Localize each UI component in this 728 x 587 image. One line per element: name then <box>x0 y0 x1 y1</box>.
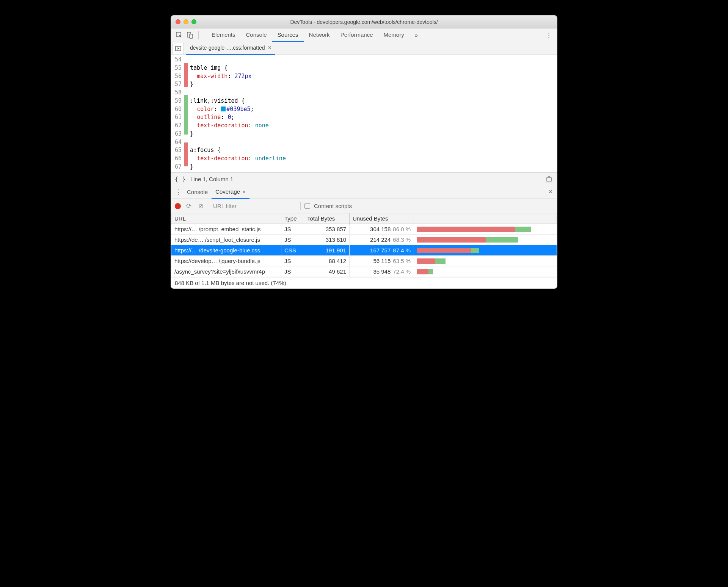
coverage-marker <box>184 63 188 71</box>
close-drawer-icon[interactable]: × <box>546 188 555 196</box>
drawer-tab-coverage[interactable]: Coverage× <box>212 185 249 199</box>
table-row[interactable]: https://… /prompt_embed_static.jsJS353 8… <box>171 224 557 235</box>
kebab-menu-icon[interactable]: ⋮ <box>173 188 183 196</box>
drawer-tab-console[interactable]: Console <box>183 185 212 199</box>
usage-bar-cell <box>414 256 557 266</box>
device-toggle-icon[interactable] <box>185 30 195 41</box>
table-row[interactable]: https://… /devsite-google-blue.cssCSS191… <box>171 245 557 256</box>
code-line: :link,:visited { <box>190 97 286 105</box>
line-number: 68 <box>175 171 182 173</box>
unused-bytes-cell: 167 75787.4 % <box>350 245 414 256</box>
tab-sources[interactable]: Sources <box>272 28 304 42</box>
coverage-toolbar: ⟳ ⊘ URL filter Content scripts <box>171 199 557 213</box>
url-cell: https://de… /script_foot_closure.js <box>171 235 281 245</box>
total-bytes-cell: 313 810 <box>304 235 350 245</box>
coverage-marker <box>184 95 188 103</box>
column-header[interactable] <box>414 213 557 224</box>
tab-elements[interactable]: Elements <box>206 28 241 42</box>
line-number: 57 <box>175 80 182 89</box>
code-line: outline: 0; <box>190 113 286 122</box>
line-number: 54 <box>175 56 182 64</box>
code-line <box>190 138 286 147</box>
overflow-tabs-button[interactable]: » <box>410 29 423 41</box>
inspect-icon[interactable] <box>174 30 185 41</box>
separator <box>540 31 540 39</box>
column-header[interactable]: URL <box>171 213 281 224</box>
line-number: 62 <box>175 122 182 130</box>
code-line <box>190 56 286 64</box>
record-button[interactable] <box>175 203 181 209</box>
code-line: } <box>190 80 286 89</box>
tab-network[interactable]: Network <box>304 28 335 42</box>
tab-performance[interactable]: Performance <box>335 28 378 42</box>
file-tab-bar: devsite-google-….css:formatted × <box>171 42 557 55</box>
close-window-button[interactable] <box>176 19 180 24</box>
column-header[interactable]: Total Bytes <box>304 213 350 224</box>
pretty-print-icon[interactable]: { } <box>175 175 186 183</box>
kebab-menu-icon[interactable]: ⋮ <box>543 30 554 41</box>
close-icon[interactable]: × <box>268 44 271 51</box>
coverage-marker <box>184 87 188 95</box>
file-tab[interactable]: devsite-google-….css:formatted × <box>186 42 275 55</box>
type-cell: JS <box>281 266 304 277</box>
column-header[interactable]: Type <box>281 213 304 224</box>
line-number: 58 <box>175 89 182 97</box>
coverage-marker <box>184 119 188 127</box>
code-line: } <box>190 130 286 138</box>
url-filter-input[interactable]: URL filter <box>213 203 297 209</box>
code-line <box>190 171 286 173</box>
url-cell: https://… /devsite-google-blue.css <box>171 245 281 256</box>
unused-bytes-cell: 35 94872.4 % <box>350 266 414 277</box>
code-line <box>190 89 286 97</box>
clear-icon[interactable]: ⊘ <box>197 202 205 210</box>
usage-bar-cell <box>414 266 557 277</box>
cursor-position: Line 1, Column 1 <box>190 176 233 182</box>
coverage-marker <box>184 127 188 135</box>
sidebar-toggle-icon[interactable] <box>545 175 553 183</box>
url-cell: https://develop… /jquery-bundle.js <box>171 256 281 266</box>
drawer-tab-bar: ⋮ ConsoleCoverage× × <box>171 185 557 199</box>
coverage-marker <box>184 158 188 166</box>
minimize-window-button[interactable] <box>184 19 188 24</box>
coverage-summary: 848 KB of 1.1 MB bytes are not used. (74… <box>171 277 557 288</box>
table-row[interactable]: https://de… /script_foot_closure.jsJS313… <box>171 235 557 245</box>
content-scripts-label: Content scripts <box>314 203 352 209</box>
table-row[interactable]: https://develop… /jquery-bundle.jsJS88 4… <box>171 256 557 266</box>
coverage-marker <box>184 135 188 142</box>
url-cell: /async_survey?site=ylj5ifxusvvmr4p <box>171 266 281 277</box>
navigator-toggle-icon[interactable] <box>173 43 184 54</box>
zoom-window-button[interactable] <box>191 19 196 24</box>
coverage-table: URLTypeTotal BytesUnused Bytes https://…… <box>171 213 557 277</box>
coverage-marker <box>184 166 188 172</box>
tab-memory[interactable]: Memory <box>378 28 410 42</box>
reload-icon[interactable]: ⟳ <box>185 202 193 210</box>
window-title: DevTools - developers.google.com/web/too… <box>171 19 557 25</box>
content-scripts-checkbox[interactable] <box>304 203 310 209</box>
coverage-marker <box>184 111 188 119</box>
total-bytes-cell: 88 412 <box>304 256 350 266</box>
code-line: color: #039be5; <box>190 105 286 114</box>
separator <box>209 202 209 210</box>
url-cell: https://… /prompt_embed_static.js <box>171 224 281 235</box>
code-line: a:focus { <box>190 146 286 155</box>
usage-bar-cell <box>414 245 557 256</box>
usage-bar-cell <box>414 235 557 245</box>
close-icon[interactable]: × <box>242 188 246 195</box>
column-header[interactable]: Unused Bytes <box>350 213 414 224</box>
line-number: 56 <box>175 72 182 81</box>
code-line: table img { <box>190 64 286 72</box>
table-row[interactable]: /async_survey?site=ylj5ifxusvvmr4pJS49 6… <box>171 266 557 277</box>
line-number: 67 <box>175 163 182 171</box>
tab-console[interactable]: Console <box>241 28 272 42</box>
usage-bar-cell <box>414 224 557 235</box>
type-cell: JS <box>281 235 304 245</box>
code-line: max-width: 272px <box>190 72 286 81</box>
separator <box>198 31 199 39</box>
coverage-marker <box>184 79 188 87</box>
source-editor[interactable]: 545556575859606162636465666768 table img… <box>171 55 557 172</box>
coverage-marker <box>184 71 188 79</box>
line-number: 63 <box>175 130 182 138</box>
unused-bytes-cell: 56 11563.5 % <box>350 256 414 266</box>
line-number: 66 <box>175 155 182 163</box>
file-tab-label: devsite-google-….css:formatted <box>190 45 265 51</box>
